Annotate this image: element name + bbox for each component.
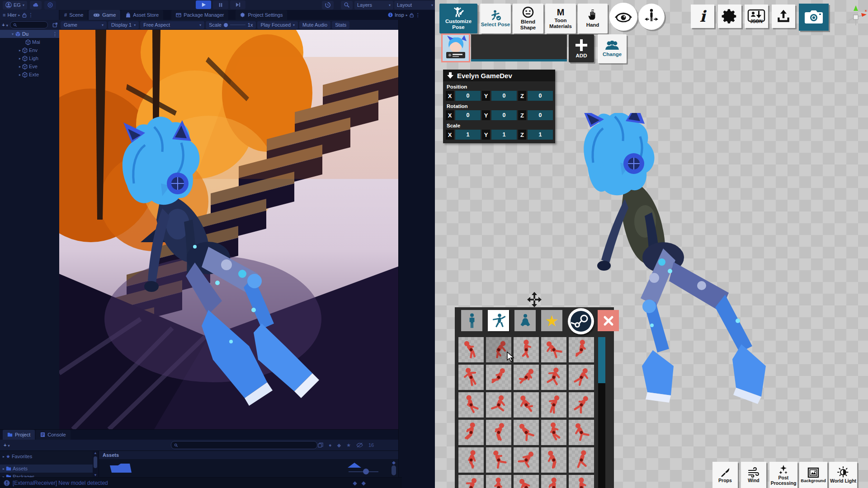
pose-thumbnail[interactable] [514, 420, 539, 445]
transform-panel-header[interactable]: Evelyn GameDev [443, 70, 555, 81]
popout-icon[interactable] [52, 22, 58, 28]
position-x-field[interactable]: 0 [455, 91, 481, 101]
kebab-menu-icon[interactable]: ⋮ [52, 31, 57, 37]
export-button[interactable] [772, 5, 795, 28]
screenshot-button[interactable] [799, 4, 829, 31]
pose-tab-favorites[interactable]: ★ [541, 310, 562, 331]
zoom-slider-knob[interactable] [363, 469, 369, 474]
kebab-menu-icon[interactable]: ⋮ [28, 12, 33, 18]
gizmo-x-axis[interactable] [861, 13, 867, 17]
tree-scrollbar[interactable]: ▲ ▼ [93, 451, 99, 477]
pose-thumbnail[interactable] [458, 475, 484, 488]
avatar-thumbnail[interactable] [441, 33, 470, 62]
hierarchy-item[interactable]: Mai [0, 38, 59, 46]
pose-thumbnail[interactable] [486, 447, 511, 473]
pose-thumbnail[interactable] [514, 365, 539, 390]
stats-toggle[interactable]: Stats [332, 21, 349, 29]
pose-thumbnail[interactable] [486, 420, 511, 445]
add-asset-button[interactable]: + ▾ [4, 442, 10, 448]
tree-favorites[interactable]: ▸ ★ Favorites [0, 452, 93, 460]
blend-shape-button[interactable]: Blend Shape [513, 4, 543, 33]
pose-thumbnail[interactable] [458, 447, 484, 473]
collab-icon[interactable]: ◆ [353, 480, 357, 486]
scale-y-field[interactable]: 1 [491, 130, 517, 140]
foldout-closed-icon[interactable]: ▸ [3, 455, 5, 459]
pose-thumbnail[interactable] [514, 392, 539, 418]
pose-thumbnail[interactable] [541, 475, 566, 488]
prefab-filter-icon[interactable] [317, 442, 323, 448]
add-object-button[interactable]: + ▾ [0, 22, 10, 28]
scale-z-field[interactable]: 1 [528, 130, 553, 140]
rotation-x-field[interactable]: 0 [455, 110, 481, 120]
gizmo-center-cube[interactable] [854, 15, 858, 19]
pose-thumbnail[interactable] [569, 365, 594, 390]
hand-button[interactable]: Hand [578, 4, 608, 33]
close-pose-panel-button[interactable] [598, 310, 619, 331]
scroll-down-icon[interactable]: ▼ [94, 473, 97, 477]
shader-filter-icon[interactable]: ◆ [337, 442, 341, 448]
undo-history-button[interactable] [322, 1, 334, 9]
play-button[interactable] [196, 0, 211, 9]
scroll-up-icon[interactable]: ▲ [94, 451, 97, 455]
gizmo-y-axis[interactable] [854, 5, 858, 11]
pose-thumbnail[interactable] [458, 392, 484, 418]
services-icon[interactable]: ◆ [362, 480, 366, 486]
foldout-closed-icon[interactable]: ▸ [19, 73, 21, 77]
pose-thumbnail[interactable] [541, 447, 566, 473]
pose-thumbnail[interactable] [514, 447, 539, 473]
hierarchy-item[interactable]: ▸ Eve [0, 62, 59, 70]
pause-button[interactable] [213, 0, 228, 9]
game-view-dropdown[interactable]: Game▾ [61, 21, 107, 29]
info-button[interactable]: i [691, 5, 714, 28]
pose-thumbnail[interactable] [569, 392, 594, 418]
search-everywhere-button[interactable] [341, 1, 353, 9]
pose-thumbnail[interactable] [541, 365, 566, 390]
eye-hidden-icon[interactable] [356, 442, 363, 448]
scale-x-field[interactable]: 1 [455, 130, 481, 140]
pane-scrollbar-thumb[interactable] [392, 465, 396, 475]
rotation-z-field[interactable]: 0 [528, 110, 553, 120]
foldout-closed-icon[interactable]: ▸ [3, 467, 5, 471]
inspector-tab[interactable]: Insp ▸ ⋮ [385, 10, 435, 20]
status-bar[interactable]: [ExternalReceiver] New model detected ◆◆ [0, 477, 402, 488]
hierarchy-root-row[interactable]: ▾ Du ⋮ [0, 30, 59, 38]
pose-thumbnail[interactable] [541, 420, 566, 445]
hierarchy-item[interactable]: ▸ Ligh [0, 54, 59, 62]
pose-thumbnail[interactable] [486, 392, 511, 418]
pose-scrollbar-thumb[interactable] [598, 337, 605, 383]
step-button[interactable] [230, 0, 245, 9]
hierarchy-search-input[interactable] [10, 21, 48, 28]
layout-dropdown[interactable]: Layout▾ [394, 1, 436, 9]
tab-scene[interactable]: # Scene [60, 10, 88, 20]
world-light-button[interactable]: World Light [829, 462, 857, 488]
mute-audio-toggle[interactable]: Mute Audio [299, 21, 330, 29]
scrollbar-thumb[interactable] [94, 456, 97, 468]
tab-project-settings[interactable]: Project Settings [236, 10, 287, 20]
rotation-y-field[interactable]: 0 [491, 110, 517, 120]
tab-project[interactable]: Project [3, 430, 35, 440]
settings-button[interactable] [718, 5, 741, 28]
aspect-dropdown[interactable]: Free Aspect▾ [140, 21, 204, 29]
select-pose-button[interactable]: Select Pose [480, 4, 511, 33]
pose-thumbnail[interactable] [458, 365, 484, 390]
hierarchy-item[interactable]: ▸ Exte [0, 70, 59, 79]
pose-thumbnail[interactable] [569, 337, 594, 362]
project-search-input[interactable] [171, 441, 317, 449]
post-processing-button[interactable]: Post Processing [769, 462, 797, 488]
pose-thumbnail[interactable] [569, 420, 594, 445]
axis-gizmo[interactable]: x [844, 5, 868, 29]
avatar-slot-strip[interactable] [471, 34, 567, 61]
play-focused-dropdown[interactable]: Play Focused▾ [257, 21, 298, 29]
foldout-open-icon[interactable]: ▾ [12, 32, 14, 36]
lock-icon[interactable] [410, 13, 414, 18]
hierarchy-item[interactable]: ▸ Env [0, 46, 59, 54]
scale-slider-knob[interactable] [224, 23, 228, 27]
account-button[interactable]: EG ▾ [3, 1, 27, 9]
add-avatar-button[interactable]: ADD [569, 34, 594, 62]
pose-thumbnail[interactable] [514, 475, 539, 488]
tree-assets[interactable]: ▸ Assets [0, 465, 93, 473]
move-panel-handle-icon[interactable] [526, 292, 542, 307]
pose-thumbnail[interactable] [458, 337, 484, 362]
background-button[interactable]: Background [799, 462, 827, 488]
pose-thumbnail[interactable] [569, 475, 594, 488]
